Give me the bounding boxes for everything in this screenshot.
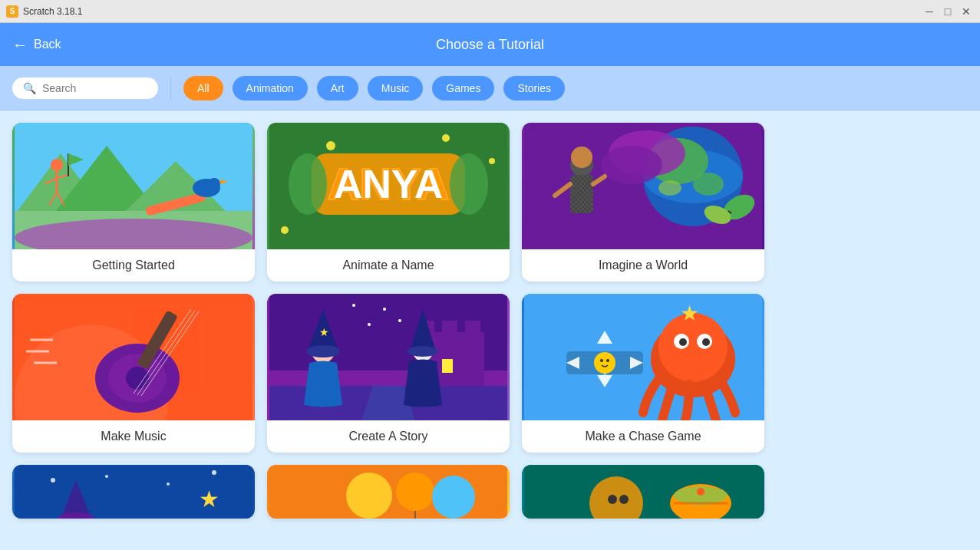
svg-text:★: ★: [680, 301, 699, 325]
card-label-getting-started: Getting Started: [12, 249, 255, 282]
svg-point-98: [105, 475, 108, 478]
search-icon: 🔍: [23, 82, 36, 94]
back-label: Back: [34, 38, 61, 51]
svg-point-26: [489, 158, 495, 164]
svg-text:★: ★: [199, 486, 219, 512]
window-controls: ─ □ ✕: [922, 4, 974, 19]
filter-games[interactable]: Games: [432, 76, 494, 100]
svg-point-16: [208, 178, 220, 190]
svg-point-100: [212, 470, 216, 475]
svg-point-22: [289, 153, 327, 215]
card-image-imagine-world: [522, 123, 764, 249]
svg-point-76: [398, 319, 401, 322]
svg-rect-64: [465, 321, 480, 344]
tutorial-card-row3-2[interactable]: [267, 465, 510, 519]
card-image-row3-1: ★: [12, 465, 255, 519]
filter-music[interactable]: Music: [368, 76, 424, 100]
card-label-make-music: Make Music: [12, 420, 255, 453]
svg-point-33: [658, 180, 681, 196]
svg-point-99: [167, 482, 170, 486]
tutorial-card-getting-started[interactable]: Getting Started: [12, 123, 255, 282]
tutorial-card-chase-game[interactable]: ★: [522, 294, 764, 453]
title-bar-left: S Scratch 3.18.1: [6, 5, 82, 18]
svg-point-44: [571, 147, 592, 168]
filter-bar: 🔍 All Animation Art Music Games Stories: [0, 66, 980, 110]
svg-point-6: [51, 159, 63, 171]
svg-point-95: [606, 359, 609, 362]
app-title: Scratch 3.18.1: [23, 6, 82, 17]
app-icon: S: [6, 5, 18, 18]
tutorial-card-animate-name[interactable]: ANYA ANYA Animate a Name: [267, 123, 510, 282]
back-arrow-icon: ←: [12, 36, 28, 54]
card-image-make-music: [12, 294, 255, 420]
divider: [170, 77, 171, 100]
card-image-row3-3: [522, 465, 764, 519]
tutorial-card-imagine-world[interactable]: Imagine a World: [522, 123, 764, 282]
minimize-button[interactable]: ─: [922, 4, 937, 19]
svg-point-74: [408, 346, 438, 357]
svg-point-24: [326, 141, 335, 150]
tutorial-card-make-music[interactable]: Make Music: [12, 294, 255, 453]
title-bar: S Scratch 3.18.1 ─ □ ✕: [0, 0, 980, 23]
svg-point-85: [702, 338, 710, 346]
card-image-row3-2: [267, 465, 510, 519]
svg-point-70: [306, 345, 340, 357]
card-image-create-story: ★: [267, 294, 510, 420]
page-title: Choose a Tutorial: [436, 37, 544, 53]
tutorial-card-row3-3[interactable]: [522, 465, 764, 519]
svg-point-105: [346, 473, 392, 519]
svg-rect-41: [570, 175, 593, 213]
svg-point-84: [679, 338, 687, 346]
svg-point-97: [51, 478, 55, 482]
svg-point-113: [608, 495, 617, 504]
card-label-animate-name: Animate a Name: [267, 249, 510, 282]
svg-point-94: [600, 359, 603, 362]
svg-rect-63: [442, 321, 457, 344]
close-button[interactable]: ✕: [959, 4, 974, 19]
svg-point-77: [368, 323, 371, 326]
svg-point-93: [594, 352, 615, 374]
back-button[interactable]: ← Back: [12, 36, 61, 54]
svg-rect-65: [442, 359, 453, 373]
svg-point-114: [619, 495, 629, 504]
search-input[interactable]: [42, 82, 142, 94]
svg-point-32: [693, 173, 724, 196]
card-image-chase-game: ★: [522, 294, 764, 420]
tutorials-grid: Getting Started ANYA ANYA: [12, 123, 764, 519]
svg-point-25: [442, 134, 450, 142]
svg-point-78: [352, 304, 355, 307]
svg-point-118: [697, 488, 704, 496]
filter-art[interactable]: Art: [317, 76, 358, 100]
svg-point-23: [450, 153, 488, 215]
svg-point-107: [432, 476, 475, 519]
tutorial-card-row3-1[interactable]: ★: [12, 465, 255, 519]
card-label-chase-game: Make a Chase Game: [522, 420, 764, 453]
svg-text:ANYA: ANYA: [334, 162, 444, 206]
card-image-getting-started: [12, 123, 255, 249]
card-label-imagine-world: Imagine a World: [522, 249, 764, 282]
svg-point-35: [601, 146, 662, 184]
svg-text:★: ★: [319, 326, 329, 338]
filter-stories[interactable]: Stories: [503, 76, 565, 100]
svg-point-106: [396, 473, 434, 511]
svg-point-51: [126, 367, 149, 390]
svg-point-75: [383, 308, 386, 311]
header: ← Back Choose a Tutorial: [0, 23, 980, 66]
tutorial-card-create-story[interactable]: ★ Create A Story: [267, 294, 510, 453]
main-content: Getting Started ANYA ANYA: [0, 110, 980, 550]
search-box: 🔍: [12, 77, 158, 99]
card-label-create-story: Create A Story: [267, 420, 510, 453]
svg-point-27: [281, 226, 289, 234]
maximize-button[interactable]: □: [940, 4, 955, 19]
card-image-animate-name: ANYA ANYA: [267, 123, 510, 249]
filter-all[interactable]: All: [183, 76, 223, 100]
filter-animation[interactable]: Animation: [233, 76, 308, 100]
